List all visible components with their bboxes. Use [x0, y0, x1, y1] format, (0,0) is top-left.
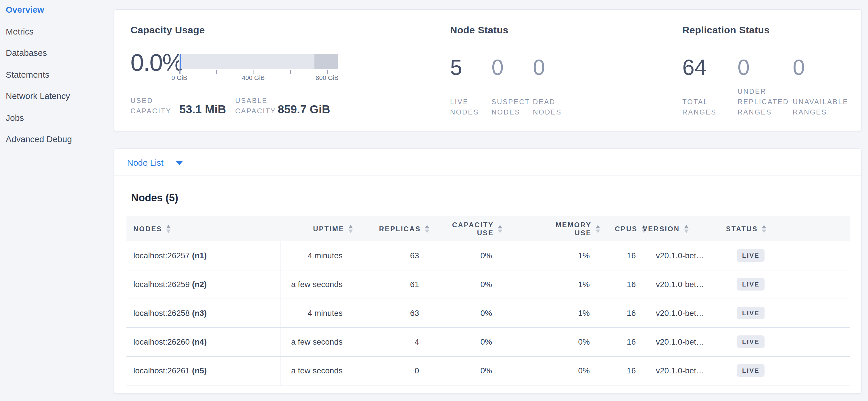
node-row[interactable]: localhost:26257 (n1)4 minutes630%1%16v20…	[126, 241, 850, 270]
node-status-cell: LIVE	[719, 241, 850, 270]
node-uptime-cell: a few seconds	[281, 327, 343, 356]
stat-label: UNAVAILABLE RANGES	[793, 97, 841, 117]
stat-value: 0	[793, 56, 841, 79]
node-list-card: Node List Nodes (5) NODESUPTIMEREPLICASC…	[114, 148, 862, 394]
node-status-stats: 5LIVE NODES0SUSPECT NODES0DEAD NODES	[450, 56, 682, 117]
node-status-title: Node Status	[450, 25, 682, 36]
axis-tick-label: 400 GiB	[242, 74, 265, 81]
node-version-cell: v20.1.0-bet…	[636, 241, 719, 270]
node-cpus-cell: 16	[590, 270, 636, 298]
node-address-cell: localhost:26261 (n5)	[126, 356, 281, 385]
node-capacity-cell: 0%	[419, 327, 492, 356]
node-capacity-cell: 0%	[419, 241, 492, 270]
node-capacity-cell: 0%	[419, 356, 492, 385]
sidebar-item-overview[interactable]: Overview	[6, 5, 114, 26]
node-row[interactable]: localhost:26258 (n3)4 minutes630%1%16v20…	[126, 298, 850, 327]
column-header-nodes[interactable]: NODES	[126, 216, 281, 241]
node-list-dropdown-label: Node List	[127, 157, 163, 167]
column-header-label: STATUS	[726, 225, 757, 233]
node-status-section: Node Status 5LIVE NODES0SUSPECT NODES0DE…	[450, 25, 682, 119]
node-capacity-cell: 0%	[419, 298, 492, 327]
main-content: Capacity Usage 0.0% 0 GiB400 GiB800 GiB …	[114, 9, 862, 394]
capacity-usage-section: Capacity Usage 0.0% 0 GiB400 GiB800 GiB …	[130, 25, 450, 119]
node-row[interactable]: localhost:26259 (n2)a few seconds610%1%1…	[126, 270, 850, 298]
stat-suspect-nodes: 0SUSPECT NODES	[492, 56, 526, 117]
sidebar-item-advanced-debug[interactable]: Advanced Debug	[6, 134, 114, 155]
used-capacity-stat: USED CAPACITY 53.1 MiB	[130, 95, 226, 116]
node-address-cell: localhost:26258 (n3)	[126, 298, 281, 327]
column-header-label: MEMORY USE	[542, 221, 591, 237]
column-header-replicas[interactable]: REPLICAS	[343, 216, 419, 241]
node-status-cell: LIVE	[719, 298, 850, 327]
node-replicas-cell: 63	[343, 241, 419, 270]
capacity-bar-chart: 0 GiB400 GiB800 GiB	[179, 50, 338, 82]
replication-status-title: Replication Status	[682, 25, 848, 36]
nodes-table-body: localhost:26257 (n1)4 minutes630%1%16v20…	[126, 241, 850, 385]
sidebar-item-jobs[interactable]: Jobs	[6, 113, 114, 134]
cluster-summary-card: Capacity Usage 0.0% 0 GiB400 GiB800 GiB …	[114, 9, 862, 131]
sort-arrows-icon	[166, 225, 171, 233]
column-header-label: UPTIME	[313, 225, 344, 233]
nodes-count-title: Nodes (5)	[126, 192, 849, 204]
sort-arrows-icon	[348, 225, 353, 233]
column-header-label: VERSION	[643, 225, 680, 233]
stat-unavailable-ranges: 0UNAVAILABLE RANGES	[793, 56, 841, 117]
stat-label: UNDER-REPLICATED RANGES	[738, 86, 786, 117]
node-version-cell: v20.1.0-bet…	[636, 327, 719, 356]
sort-arrows-icon	[595, 225, 600, 233]
node-address-cell: localhost:26257 (n1)	[126, 241, 281, 270]
column-header-uptime[interactable]: UPTIME	[281, 216, 343, 241]
node-memory-cell: 0%	[492, 356, 590, 385]
sort-arrows-icon	[498, 225, 502, 233]
node-replicas-cell: 61	[343, 270, 419, 298]
chevron-down-icon	[176, 161, 183, 165]
capacity-bar-dark-segment	[314, 54, 338, 69]
stat-label: LIVE NODES	[450, 97, 485, 117]
column-header-memory-use[interactable]: MEMORY USE	[492, 216, 590, 241]
stat-dead-nodes: 0DEAD NODES	[533, 56, 567, 117]
sidebar-item-network-latency[interactable]: Network Latency	[6, 91, 114, 113]
usable-capacity-stat: USABLE CAPACITY 859.7 GiB	[235, 95, 330, 116]
node-memory-cell: 0%	[492, 327, 590, 356]
sidebar-nav: OverviewMetricsDatabasesStatementsNetwor…	[6, 5, 114, 155]
node-cpus-cell: 16	[590, 356, 636, 385]
usable-capacity-value: 859.7 GiB	[278, 103, 330, 116]
capacity-usage-title: Capacity Usage	[130, 25, 450, 36]
node-list-dropdown[interactable]: Node List	[114, 149, 861, 176]
node-address-cell: localhost:26260 (n4)	[126, 327, 281, 356]
sidebar-item-statements[interactable]: Statements	[6, 69, 114, 91]
column-header-label: REPLICAS	[379, 225, 421, 233]
stat-total-ranges: 64TOTAL RANGES	[682, 56, 731, 117]
node-replicas-cell: 4	[343, 327, 419, 356]
node-address-link[interactable]: localhost:26259 (n2)	[133, 280, 207, 289]
node-address-link[interactable]: localhost:26261 (n5)	[133, 366, 207, 375]
node-uptime-cell: 4 minutes	[281, 298, 343, 327]
node-row[interactable]: localhost:26261 (n5)a few seconds00%0%16…	[126, 356, 850, 385]
node-address-cell: localhost:26259 (n2)	[126, 270, 281, 298]
stat-label: SUSPECT NODES	[492, 97, 526, 117]
column-header-version[interactable]: VERSION	[636, 216, 719, 241]
node-uptime-cell: a few seconds	[281, 270, 343, 298]
replication-status-section: Replication Status 64TOTAL RANGES0UNDER-…	[682, 25, 848, 119]
node-address-link[interactable]: localhost:26260 (n4)	[133, 337, 207, 346]
column-header-status[interactable]: STATUS	[719, 216, 850, 241]
column-header-label: CPUS	[615, 225, 638, 233]
axis-tick-mark	[179, 70, 180, 74]
column-header-capacity-use[interactable]: CAPACITY USE	[419, 216, 492, 241]
stat-label: TOTAL RANGES	[682, 97, 731, 117]
axis-tick-label: 800 GiB	[316, 74, 339, 81]
node-cpus-cell: 16	[590, 327, 636, 356]
sort-arrows-icon	[425, 225, 429, 233]
node-row[interactable]: localhost:26260 (n4)a few seconds40%0%16…	[126, 327, 850, 356]
node-address-link[interactable]: localhost:26258 (n3)	[133, 308, 207, 318]
stat-value: 0	[492, 56, 526, 79]
node-version-cell: v20.1.0-bet…	[636, 298, 719, 327]
axis-tick-mark	[216, 70, 217, 74]
axis-tick-mark	[290, 70, 291, 74]
capacity-bar-used-fill	[180, 54, 181, 69]
sidebar-item-metrics[interactable]: Metrics	[6, 26, 114, 48]
node-address-link[interactable]: localhost:26257 (n1)	[133, 251, 207, 260]
stat-label: DEAD NODES	[533, 97, 567, 117]
node-cpus-cell: 16	[590, 298, 636, 327]
sidebar-item-databases[interactable]: Databases	[6, 48, 114, 69]
